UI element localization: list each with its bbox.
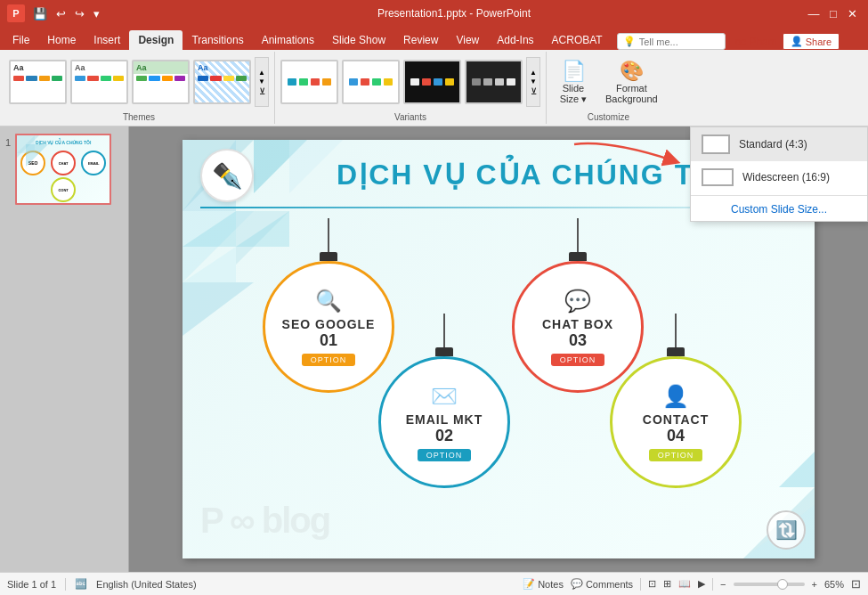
ornament-string-seo <box>328 218 329 252</box>
variant-4[interactable] <box>465 60 523 104</box>
themes-scroll[interactable]: ▲ ▼ ⊻ <box>255 57 269 107</box>
custom-slide-size-link[interactable]: Custom Slide Size... <box>691 198 867 221</box>
theme-2[interactable]: Aa <box>70 60 128 104</box>
variant-3[interactable] <box>403 60 461 104</box>
contact-icon: 👤 <box>662 384 689 409</box>
zoom-rotate-icon[interactable]: 🔃 <box>767 510 806 550</box>
view-slideshow-button[interactable]: ▶ <box>698 578 705 590</box>
format-background-button[interactable]: 🎨 FormatBackground <box>598 56 665 108</box>
title-bar: P 💾 ↩ ↪ ▾ Presentation1.pptx - PowerPoin… <box>0 0 868 27</box>
email-option: OPTION <box>418 449 472 461</box>
themes-label: Themes <box>123 110 155 122</box>
variant-2[interactable] <box>342 60 400 104</box>
slide-thumb-1[interactable]: 1 DỊCH VỤ CỦA CHÚNG TÔI SEO CHAT EMAIL <box>5 134 123 205</box>
slide-size-icon: 📄 <box>562 60 586 83</box>
window-title: Presentation1.pptx - PowerPoint <box>377 7 531 20</box>
window-controls: — □ ✕ <box>806 5 861 21</box>
standard-ratio-box <box>702 134 730 154</box>
svg-marker-10 <box>183 282 254 336</box>
app-icon: P <box>7 4 25 22</box>
tab-transitions[interactable]: Transitions <box>183 30 252 50</box>
status-sep-1 <box>65 578 66 591</box>
tab-slideshow[interactable]: Slide Show <box>323 30 394 50</box>
fit-slide-button[interactable]: ⊡ <box>851 577 861 591</box>
tab-file[interactable]: File <box>4 30 38 50</box>
seo-number: 01 <box>320 331 337 350</box>
comments-label: Comments <box>586 579 633 590</box>
ornament-string-chat <box>577 218 579 252</box>
dropdown-divider <box>691 195 867 196</box>
tab-review[interactable]: Review <box>394 30 447 50</box>
theme-4[interactable]: Aa <box>193 60 251 104</box>
canvas-area: ✒️ DỊCH VỤ CỦA CHÚNG TÔI 🔍 SEO GOOGLE 01… <box>129 126 868 572</box>
tab-view[interactable]: View <box>447 30 488 50</box>
chat-number: 03 <box>569 331 587 350</box>
email-icon: ✉️ <box>431 384 458 409</box>
variants-scroll[interactable]: ▲ ▼ ⊻ <box>526 57 540 107</box>
ornament-string-email <box>443 314 445 347</box>
slide-size-button[interactable]: 📄 SlideSize ▾ <box>552 56 595 109</box>
minimize-button[interactable]: — <box>806 5 822 21</box>
redo-button[interactable]: ↪ <box>72 5 87 22</box>
customize-label: Customize <box>588 110 629 122</box>
view-normal-button[interactable]: ⊡ <box>648 578 656 590</box>
undo-button[interactable]: ↩ <box>53 5 69 22</box>
tab-design[interactable]: Design <box>129 30 183 50</box>
language: English (United States) <box>96 579 197 590</box>
status-sep-2 <box>640 578 641 591</box>
tell-me-input[interactable] <box>639 37 719 47</box>
ribbon: Aa Aa Aa <box>0 50 868 126</box>
ribbon-tabs: File Home Insert Design Transitions Anim… <box>0 27 868 50</box>
tell-me-field[interactable]: 💡 <box>617 33 726 50</box>
notes-icon: 📝 <box>523 578 535 590</box>
zoom-in-button[interactable]: + <box>812 579 817 590</box>
tab-addins[interactable]: Add-Ins <box>488 30 542 50</box>
format-background-icon: 🎨 <box>620 60 644 83</box>
svg-marker-14 <box>779 452 815 487</box>
slide-thumbnail: DỊCH VỤ CỦA CHÚNG TÔI SEO CHAT EMAIL CON… <box>15 134 111 205</box>
maximize-button[interactable]: □ <box>825 5 841 21</box>
widescreen-ratio-box <box>702 168 734 186</box>
zoom-level[interactable]: 65% <box>824 579 844 590</box>
ornament-clip-chat <box>569 252 587 261</box>
tab-acrobat[interactable]: ACROBAT <box>543 30 612 50</box>
chat-icon: 💬 <box>564 289 591 314</box>
view-slide-sorter-button[interactable]: ⊞ <box>663 578 671 590</box>
chat-option: OPTION <box>551 354 605 366</box>
tab-insert[interactable]: Insert <box>85 30 129 50</box>
ornament-clip-email <box>435 347 453 356</box>
share-icon: 👤 <box>791 36 803 47</box>
user-name: Loc Pham <box>729 36 777 48</box>
ornament-ball-email: ✉️ EMAIL MKT 02 OPTION <box>378 356 510 488</box>
widescreen-option[interactable]: Widescreen (16:9) <box>691 161 867 193</box>
variants-label: Variants <box>394 110 426 122</box>
close-button[interactable]: ✕ <box>845 5 861 21</box>
standard-label: Standard (4:3) <box>739 138 807 151</box>
ornament-clip-seo <box>320 252 337 261</box>
theme-1[interactable]: Aa <box>9 60 67 104</box>
view-reading-button[interactable]: 📖 <box>678 578 691 590</box>
zoom-slider-thumb[interactable] <box>777 579 788 590</box>
themes-content: Aa Aa Aa <box>9 53 269 110</box>
theme-3[interactable]: Aa <box>132 60 190 104</box>
standard-option[interactable]: Standard (4:3) <box>691 127 867 161</box>
comments-button[interactable]: 💬 Comments <box>571 578 633 590</box>
tab-home[interactable]: Home <box>38 30 85 50</box>
share-button[interactable]: 👤 Share <box>783 33 840 50</box>
customize-button[interactable]: ▾ <box>91 5 102 22</box>
notes-button[interactable]: 📝 Notes <box>523 578 564 590</box>
slide-thumb-number: 1 <box>5 134 11 205</box>
variant-1[interactable] <box>280 60 338 104</box>
zoom-slider[interactable] <box>734 583 805 586</box>
widescreen-label: Widescreen (16:9) <box>742 171 830 183</box>
save-button[interactable]: 💾 <box>30 5 50 22</box>
ornament-string-contact <box>675 314 677 347</box>
spell-check-icon[interactable]: 🔤 <box>75 578 87 590</box>
slide-size-dropdown: Standard (4:3) Widescreen (16:9) Custom … <box>690 126 868 222</box>
zoom-out-button[interactable]: − <box>720 579 726 590</box>
arrow-annotation <box>565 135 690 180</box>
contact-number: 04 <box>667 427 685 445</box>
tab-animations[interactable]: Animations <box>253 30 323 50</box>
title-bar-left: P 💾 ↩ ↪ ▾ <box>7 4 102 22</box>
comments-icon: 💬 <box>571 578 583 590</box>
